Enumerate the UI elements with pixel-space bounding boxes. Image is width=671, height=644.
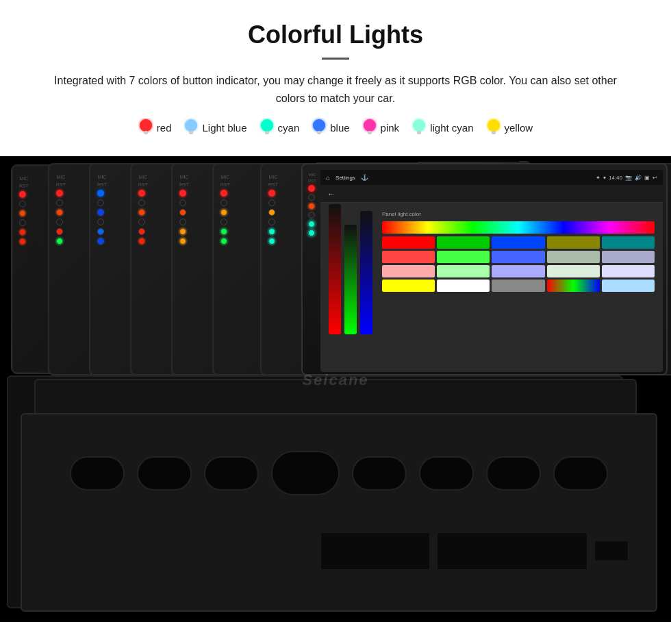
volume-icon: 🔊 [635, 175, 642, 181]
bulb-icon-cyan [259, 118, 275, 137]
header-description: Integrated with 7 colors of button indic… [41, 72, 630, 107]
rgb-sliders [329, 211, 372, 341]
bluetooth-icon: ✦ [596, 175, 600, 181]
svg-rect-8 [265, 131, 269, 134]
grille-hole [419, 456, 474, 491]
grille-hole [137, 456, 192, 491]
palette-cell[interactable] [602, 236, 655, 249]
svg-rect-17 [417, 131, 421, 134]
bulb-icon-blue [312, 118, 327, 137]
settings-title: Settings [336, 175, 355, 181]
color-item-lightcyan: light cyan [412, 118, 473, 137]
colors-row: red Light blue cyan [27, 118, 644, 137]
settings-content: Panel light color [320, 203, 663, 372]
color-item-yellow: yellow [486, 118, 533, 137]
grille-hole [70, 456, 125, 491]
color-item-pink: pink [362, 118, 400, 137]
color-label-red: red [157, 122, 172, 134]
grille-hole [352, 456, 407, 491]
camera-icon: 📷 [625, 175, 632, 181]
svg-point-7 [261, 119, 273, 132]
palette-cell[interactable] [437, 280, 490, 292]
palette-cell[interactable] [492, 265, 544, 277]
palette-cell[interactable] [547, 251, 600, 263]
watermark: Seicane [302, 371, 368, 389]
page-title: Colorful Lights [27, 21, 644, 49]
screen-icon: ▣ [644, 175, 650, 181]
grille-hole [486, 456, 541, 491]
palette-cell[interactable] [382, 280, 435, 292]
svg-rect-2 [144, 131, 148, 134]
color-label-lightblue: Light blue [202, 122, 246, 134]
palette-cell[interactable] [492, 251, 544, 263]
bulb-icon-lightcyan [412, 118, 427, 137]
color-label-cyan: cyan [278, 122, 300, 134]
svg-point-10 [313, 119, 325, 132]
grille-hole-center [271, 451, 340, 495]
palette-label: Panel light color [382, 211, 655, 217]
blue-slider [360, 211, 372, 334]
rainbow-bar [382, 221, 655, 234]
back-button[interactable]: ← [327, 189, 336, 199]
color-label-blue: blue [330, 122, 349, 134]
header-divider [322, 58, 349, 60]
palette-cell[interactable] [382, 265, 435, 277]
header-section: Colorful Lights Integrated with 7 colors… [0, 0, 671, 156]
color-label-pink: pink [381, 122, 400, 134]
green-slider [344, 225, 357, 334]
svg-rect-11 [317, 131, 321, 134]
svg-point-4 [185, 119, 197, 132]
svg-point-16 [413, 119, 425, 132]
color-item-cyan: cyan [259, 118, 300, 137]
palette-cell[interactable] [382, 251, 435, 263]
bulb-icon-lightblue [183, 118, 199, 137]
grille-hole [553, 456, 608, 491]
grille-hole [204, 456, 259, 491]
palette-cell-rainbow[interactable] [547, 280, 600, 292]
svg-rect-5 [189, 131, 193, 134]
palette-cell[interactable] [492, 236, 544, 249]
bulb-icon-yellow [486, 118, 501, 137]
wifi-icon: ▾ [603, 175, 606, 181]
color-label-yellow: yellow [505, 122, 533, 134]
palette-cell[interactable] [437, 265, 490, 277]
back-nav-icon: ↩ [653, 175, 657, 181]
palette-cell[interactable] [382, 236, 435, 249]
svg-rect-20 [492, 131, 496, 134]
palette-cell[interactable] [547, 265, 600, 277]
svg-point-13 [364, 119, 376, 132]
palette-cell[interactable] [602, 251, 655, 263]
bulb-icon-pink [362, 118, 377, 137]
grille-section [0, 375, 671, 622]
bulb-icon-red [138, 118, 153, 137]
palette-cell[interactable] [602, 280, 655, 292]
color-item-red: red [138, 118, 172, 137]
product-image-area: Seicane MIC RST MIC RST MIC [0, 156, 671, 622]
palette-cell[interactable] [437, 251, 490, 263]
bottom-slot-1 [320, 532, 430, 570]
color-grid [382, 236, 655, 292]
svg-rect-14 [368, 131, 372, 134]
grille-panel-front [21, 413, 657, 612]
red-slider [329, 204, 341, 334]
main-screen: ⌂ Settings ⚓ ✦ ▾ 14:40 📷 🔊 ▣ ↩ ← [320, 170, 663, 372]
svg-point-1 [140, 119, 152, 132]
palette-cell[interactable] [547, 236, 600, 249]
bottom-slot-2 [437, 532, 587, 570]
home-icon: ⌂ [326, 174, 330, 182]
bottom-connector [594, 541, 629, 561]
color-palette-section: Panel light color [382, 211, 655, 364]
usb-icon: ⚓ [361, 174, 368, 181]
color-label-lightcyan: light cyan [430, 122, 473, 134]
color-item-lightblue: Light blue [183, 118, 246, 137]
device-panel-main: MIC RST ⌂ Settings ⚓ ✦ ▾ 14: [301, 163, 668, 375]
svg-point-19 [488, 119, 500, 132]
color-item-blue: blue [312, 118, 349, 137]
palette-cell[interactable] [437, 236, 490, 249]
clock: 14:40 [609, 175, 622, 181]
palette-cell[interactable] [492, 280, 544, 292]
palette-cell[interactable] [602, 265, 655, 277]
